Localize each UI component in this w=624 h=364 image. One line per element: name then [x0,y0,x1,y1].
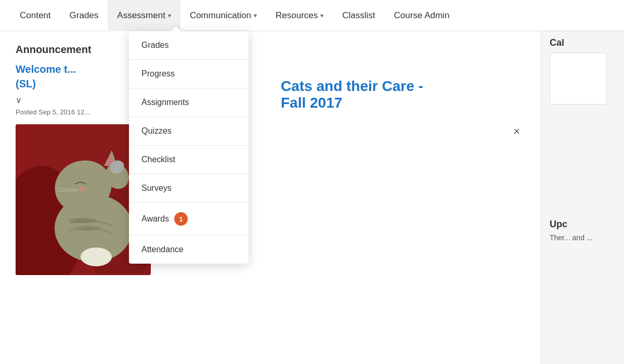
nav-content[interactable]: Content [10,0,60,31]
dropdown-item-checklist[interactable]: Checklist [129,146,249,174]
nav-classlist-label: Classlist [342,10,375,21]
posted-date: Posted Sep 5, 2016 12... [16,108,525,116]
nav-course-admin[interactable]: Course Admin [385,0,459,31]
assessment-dropdown-menu: Grades Progress Assignments Quizzes Chec… [129,31,249,264]
course-title: Cats and their Care - Fall 2017 [281,78,447,111]
dropdown-progress-label: Progress [141,69,175,79]
calendar-widget[interactable] [550,53,607,105]
close-button[interactable]: × [513,125,520,138]
dropdown-item-progress[interactable]: Progress [129,60,249,88]
svg-point-12 [81,248,112,266]
calendar-label: Cal [550,37,616,48]
dropdown-item-attendance[interactable]: Attendance [129,236,249,264]
dropdown-attendance-label: Attendance [141,245,184,254]
dropdown-item-quizzes[interactable]: Quizzes [129,117,249,146]
welcome-announcement-link[interactable]: Welcome t...(SL) [16,62,525,91]
nav-assessment[interactable]: Assessment ▾ [108,0,180,31]
dropdown-item-awards[interactable]: Awards 1 [129,203,249,236]
resources-dropdown-arrow: ▾ [320,12,323,19]
top-navigation: Content Grades Assessment ▾ Communicatio… [0,0,624,31]
nav-resources[interactable]: Resources ▾ [266,0,333,31]
upcoming-text: Ther... and ... [550,233,616,243]
nav-assessment-label: Assessment [117,10,165,21]
dropdown-item-surveys[interactable]: Surveys [129,174,249,203]
dropdown-item-assignments[interactable]: Assignments [129,88,249,117]
nav-resources-label: Resources [276,10,318,21]
dropdown-surveys-label: Surveys [141,184,172,193]
nav-communication-label: Communication [190,10,251,21]
dropdown-awards-label: Awards [141,214,169,224]
assessment-dropdown-arrow: ▾ [168,12,171,19]
dropdown-assignments-label: Assignments [141,98,189,107]
nav-grades[interactable]: Grades [60,0,108,31]
svg-point-7 [80,188,85,191]
dropdown-checklist-label: Checklist [141,155,175,164]
announcements-heading: Announcement [16,44,525,56]
communication-dropdown-arrow: ▾ [254,12,257,19]
dropdown-quizzes-label: Quizzes [141,126,172,136]
nav-content-label: Content [20,10,51,21]
left-panel: Announcement Welcome t...(SL) ∨ Posted S… [0,31,541,364]
nav-grades-label: Grades [70,10,99,21]
upcoming-label: Upc [550,219,616,230]
dropdown-grades-label: Grades [141,41,168,50]
announcement-expand-icon[interactable]: ∨ [16,95,525,105]
main-content: Announcement Welcome t...(SL) ∨ Posted S… [0,31,624,364]
right-panel: Cal Upc Ther... and ... [541,31,624,364]
dropdown-item-grades[interactable]: Grades [129,31,249,60]
awards-badge: 1 [174,212,188,226]
nav-course-admin-label: Course Admin [394,10,450,21]
nav-communication[interactable]: Communication ▾ [180,0,266,31]
nav-classlist[interactable]: Classlist [333,0,384,31]
